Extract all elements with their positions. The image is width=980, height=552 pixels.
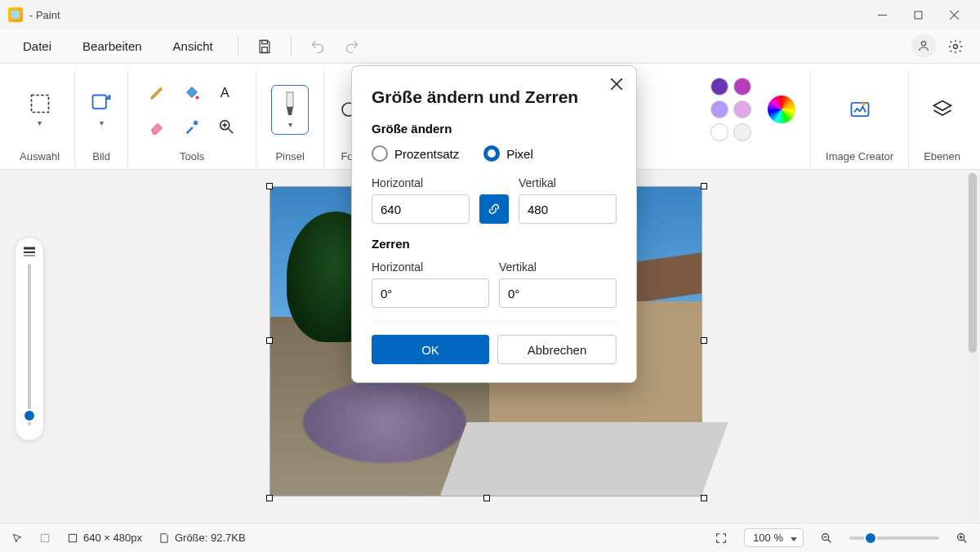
maximize-button[interactable] bbox=[900, 2, 936, 27]
svg-rect-23 bbox=[41, 534, 48, 541]
minimize-button[interactable] bbox=[864, 2, 900, 27]
pencil-tool[interactable] bbox=[143, 78, 172, 107]
color-picker-tool[interactable] bbox=[177, 112, 207, 141]
color-wheel[interactable] bbox=[768, 96, 795, 123]
horizontal-input[interactable] bbox=[372, 194, 470, 224]
vertical-label: Vertikal bbox=[519, 176, 617, 189]
svg-rect-4 bbox=[261, 40, 267, 43]
svg-point-12 bbox=[194, 121, 198, 126]
zoom-slider-vertical[interactable] bbox=[15, 237, 44, 441]
group-tools: A Tools bbox=[128, 70, 256, 169]
divider bbox=[291, 37, 292, 56]
slider-thumb[interactable] bbox=[23, 409, 36, 422]
skew-vertical-label: Vertikal bbox=[499, 260, 617, 274]
resize-handle[interactable] bbox=[266, 495, 273, 501]
image-creator-button[interactable] bbox=[849, 98, 871, 121]
color-swatch-6[interactable] bbox=[733, 123, 751, 141]
svg-line-14 bbox=[229, 129, 234, 134]
svg-point-7 bbox=[954, 44, 958, 48]
menu-edit[interactable]: Bearbeiten bbox=[69, 34, 155, 58]
resize-handle[interactable] bbox=[266, 183, 273, 189]
chevron-down-icon: ▾ bbox=[100, 118, 104, 127]
select-tool[interactable]: ▾ bbox=[29, 92, 51, 127]
group-label-layers: Ebenen bbox=[924, 145, 960, 166]
group-select: ▾ Auswahl bbox=[5, 70, 75, 169]
aspect-lock-button[interactable] bbox=[479, 194, 509, 224]
svg-rect-19 bbox=[851, 103, 868, 116]
radio-icon bbox=[372, 145, 388, 162]
file-size: Größe: 92.7KB bbox=[158, 532, 246, 544]
dialog-close-button[interactable] bbox=[605, 73, 628, 96]
menu-view[interactable]: Ansicht bbox=[160, 34, 226, 58]
titlebar: - Paint bbox=[0, 0, 980, 29]
svg-rect-17 bbox=[287, 92, 293, 107]
cancel-button[interactable]: Abbrechen bbox=[497, 335, 617, 364]
resize-handle[interactable] bbox=[701, 337, 707, 344]
layers-button[interactable] bbox=[931, 98, 954, 121]
text-tool[interactable]: A bbox=[212, 78, 241, 107]
vertical-input[interactable] bbox=[519, 194, 617, 224]
group-layers: Ebenen bbox=[909, 70, 975, 169]
horizontal-label: Horizontal bbox=[372, 176, 470, 189]
save-button[interactable] bbox=[250, 33, 279, 60]
svg-point-6 bbox=[921, 41, 925, 45]
skew-vertical-input[interactable] bbox=[499, 278, 617, 308]
color-swatch-4[interactable] bbox=[733, 100, 751, 118]
resize-handle[interactable] bbox=[266, 337, 273, 344]
group-label-select: Auswahl bbox=[20, 145, 60, 166]
color-swatch-5[interactable] bbox=[710, 123, 728, 141]
vertical-scrollbar[interactable] bbox=[967, 171, 978, 521]
settings-button[interactable] bbox=[941, 33, 970, 60]
group-label-tools: Tools bbox=[180, 145, 204, 166]
account-button[interactable] bbox=[911, 33, 936, 58]
resize-handle[interactable] bbox=[483, 495, 490, 501]
svg-text:A: A bbox=[220, 85, 229, 100]
zoom-slider-horizontal[interactable] bbox=[849, 536, 939, 540]
radio-percent[interactable]: Prozentsatz bbox=[372, 145, 459, 162]
color-swatch-2[interactable] bbox=[733, 78, 751, 96]
svg-rect-5 bbox=[261, 47, 267, 52]
group-label-image: Bild bbox=[92, 145, 110, 166]
resize-handle[interactable] bbox=[701, 495, 707, 501]
resize-handle[interactable] bbox=[701, 183, 707, 189]
group-image: ▾ Bild bbox=[75, 70, 128, 169]
svg-rect-8 bbox=[31, 95, 48, 112]
menubar: Datei Bearbeiten Ansicht bbox=[0, 29, 980, 64]
divider bbox=[238, 37, 238, 56]
undo-button[interactable] bbox=[303, 33, 332, 60]
color-swatch-3[interactable] bbox=[710, 100, 728, 118]
svg-rect-24 bbox=[69, 534, 76, 541]
redo-button[interactable] bbox=[337, 33, 367, 60]
group-image-creator: Image Creator bbox=[811, 70, 909, 169]
skew-horizontal-input[interactable] bbox=[372, 278, 489, 308]
image-tool[interactable]: ▾ bbox=[90, 92, 113, 127]
resize-skew-dialog: Größe ändern und Zerren Größe ändern Pro… bbox=[351, 65, 637, 383]
zoom-percent-dropdown[interactable]: 100 % bbox=[744, 528, 804, 547]
title-suffix: - Paint bbox=[29, 9, 60, 21]
fit-to-window[interactable] bbox=[715, 532, 728, 545]
magnifier-tool[interactable] bbox=[212, 112, 241, 141]
zoom-in-button[interactable] bbox=[956, 532, 969, 545]
slider-thumb[interactable] bbox=[864, 532, 877, 545]
brush-size-icon bbox=[22, 246, 37, 257]
svg-rect-9 bbox=[93, 95, 106, 108]
cursor-position bbox=[11, 532, 23, 544]
selection-size bbox=[39, 532, 51, 544]
group-label-creator: Image Creator bbox=[826, 145, 893, 166]
svg-rect-1 bbox=[915, 11, 922, 19]
eraser-tool[interactable] bbox=[143, 112, 172, 141]
menu-file[interactable]: Datei bbox=[10, 34, 65, 58]
canvas-dimensions: 640 × 480px bbox=[67, 532, 142, 544]
zoom-out-button[interactable] bbox=[820, 532, 833, 545]
group-brushes: ▾ Pinsel bbox=[256, 70, 324, 169]
chevron-down-icon: ▾ bbox=[288, 120, 292, 129]
close-window-button[interactable] bbox=[936, 2, 972, 27]
slider-track[interactable] bbox=[28, 264, 31, 425]
brush-tool[interactable]: ▾ bbox=[271, 85, 309, 135]
radio-pixel[interactable]: Pixel bbox=[483, 145, 533, 162]
color-swatch-1[interactable] bbox=[710, 78, 728, 96]
ok-button[interactable]: OK bbox=[372, 335, 489, 364]
svg-point-10 bbox=[196, 96, 199, 100]
fill-tool[interactable] bbox=[177, 78, 207, 107]
statusbar: 640 × 480px Größe: 92.7KB 100 % bbox=[0, 523, 980, 552]
